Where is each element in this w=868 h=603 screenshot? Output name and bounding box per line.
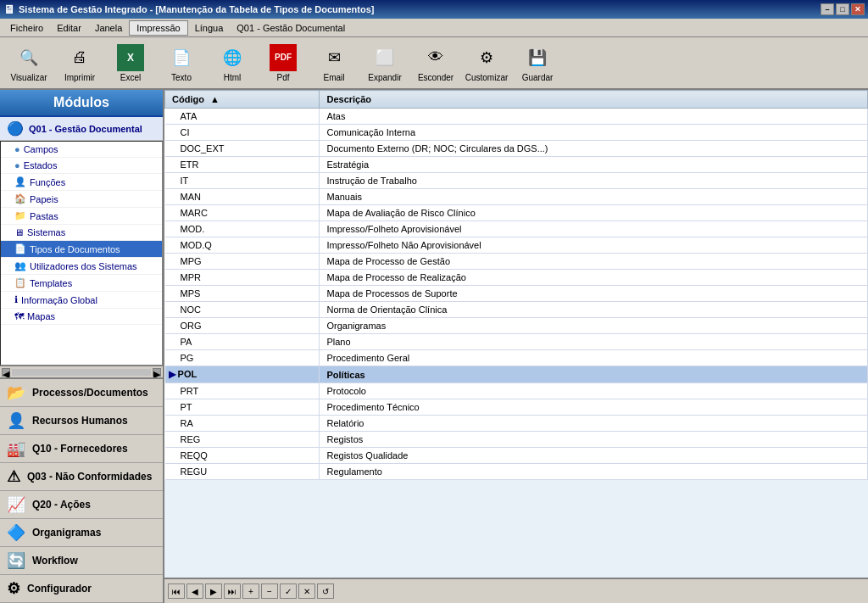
q20-label: Q20 - Ações (32, 499, 91, 511)
data-table[interactable]: Código ▲ Descrição ATAAtasCIComunicação … (164, 90, 868, 578)
nav-prev[interactable]: ◀ (186, 583, 203, 599)
table-row[interactable]: ETREstratégia (165, 157, 868, 173)
menu-lingua[interactable]: Língua (188, 21, 231, 35)
table-row[interactable]: PAPlano (165, 334, 868, 350)
menu-editar[interactable]: Editar (50, 21, 88, 35)
table-row[interactable]: CIComunicação Interna (165, 125, 868, 141)
nav-next[interactable]: ▶ (205, 583, 222, 599)
menu-impressao[interactable]: Impressão (129, 20, 187, 36)
tree-section: ● Campos ● Estados 👤 Funções 🏠 Papeis 📁 (0, 141, 163, 377)
restore-button[interactable]: □ (836, 3, 849, 15)
toolbar-esconder[interactable]: 👁 Esconder (414, 42, 458, 84)
info-global-label: Informação Global (21, 295, 97, 305)
toolbar-guardar[interactable]: 💾 Guardar (515, 42, 559, 84)
bottom-organigramas[interactable]: 🔷 Organigramas (0, 519, 163, 547)
table-row[interactable]: ITInstrução de Trabalho (165, 173, 868, 189)
table-row[interactable]: MPRMapa de Processo de Realização (165, 270, 868, 286)
toolbar-excel[interactable]: X Excel (108, 42, 153, 84)
bottom-configurador[interactable]: ⚙ Configurador (0, 575, 163, 603)
menu-q01[interactable]: Q01 - Gestão Documental (230, 21, 352, 35)
menu-ficheiro[interactable]: Ficheiro (3, 21, 50, 35)
tree-tipos-documentos[interactable]: 📄 Tipos de Documentos (1, 241, 162, 258)
table-row[interactable]: NOCNorma de Orientação Clínica (165, 302, 868, 318)
tree-mapas[interactable]: 🗺 Mapas (1, 309, 162, 325)
bottom-q20[interactable]: 📈 Q20 - Ações (0, 491, 163, 519)
content-area: Código ▲ Descrição ATAAtasCIComunicação … (164, 90, 868, 603)
papeis-label: Papeis (30, 194, 58, 204)
table-row[interactable]: MOD.Impresso/Folheto Aprovisionável (165, 221, 868, 237)
nav-last[interactable]: ⏭ (224, 583, 241, 599)
cell-desc: Norma de Orientação Clínica (320, 302, 868, 318)
table-row[interactable]: MPGMapa de Processo de Gestão (165, 254, 868, 270)
bottom-rh[interactable]: 👤 Recursos Humanos (0, 407, 163, 435)
close-button[interactable]: ✕ (851, 3, 865, 15)
toolbar-pdf[interactable]: PDF Pdf (261, 42, 305, 84)
table-row[interactable]: MANManuais (165, 189, 868, 205)
bottom-workflow[interactable]: 🔄 Workflow (0, 547, 163, 575)
toolbar-visualizar[interactable]: 🔍 Visualizar (7, 42, 51, 84)
workflow-label: Workflow (32, 555, 78, 567)
hscroll-right[interactable]: ▶ (153, 368, 161, 377)
nav-cancel[interactable]: ✕ (298, 583, 315, 599)
table-row[interactable]: REGRegistos (165, 432, 868, 448)
cell-code: REQQ (165, 448, 320, 464)
table-row[interactable]: MPSMapa de Processos de Suporte (165, 286, 868, 302)
toolbar-texto[interactable]: 📄 Texto (159, 42, 203, 84)
configurador-icon: ⚙ (7, 579, 20, 598)
table-row[interactable]: ORGOrganigramas (165, 318, 868, 334)
toolbar-imprimir[interactable]: 🖨 Imprimir (58, 42, 102, 84)
guardar-icon: 💾 (524, 44, 551, 71)
campos-icon: ● (14, 144, 20, 154)
tree-campos[interactable]: ● Campos (1, 142, 162, 158)
cell-code: ▶ POL (165, 366, 320, 383)
table-row[interactable]: PTProcedimento Técnico (165, 399, 868, 416)
toolbar-html[interactable]: 🌐 Html (210, 42, 254, 84)
table-row[interactable]: REQQRegistos Qualidade (165, 448, 868, 464)
cell-desc: Mapa de Avaliação de Risco Clínico (320, 205, 868, 221)
tree-pastas[interactable]: 📁 Pastas (1, 208, 162, 225)
nav-confirm[interactable]: ✓ (280, 583, 297, 599)
bottom-q03[interactable]: ⚠ Q03 - Não Conformidades (0, 463, 163, 491)
toolbar-customizar[interactable]: ⚙ Customizar (465, 42, 509, 84)
table-row[interactable]: PGProcedimento Geral (165, 350, 868, 366)
hscroll-left[interactable]: ◀ (2, 368, 10, 377)
pdf-label: Pdf (276, 73, 289, 82)
expandir-icon: ⬜ (371, 44, 398, 71)
bottom-processos[interactable]: 📂 Processos/Documentos (0, 379, 163, 407)
toolbar-expandir[interactable]: ⬜ Expandir (363, 42, 407, 84)
tree-utilizadores[interactable]: 👥 Utilizadores dos Sistemas (1, 258, 162, 275)
table-row[interactable]: MOD.QImpresso/Folheto Não Aprovisionável (165, 237, 868, 254)
menu-janela[interactable]: Janela (88, 21, 129, 35)
customizar-label: Customizar (465, 73, 509, 82)
tree-informacao-global[interactable]: ℹ Informação Global (1, 292, 162, 309)
table-row[interactable]: RARelatório (165, 416, 868, 432)
bottom-q10[interactable]: 🏭 Q10 - Fornecedores (0, 435, 163, 463)
cell-desc: Documento Externo (DR; NOC; Circulares d… (320, 141, 868, 157)
nav-first[interactable]: ⏮ (168, 583, 185, 599)
tree-funcoes[interactable]: 👤 Funções (1, 174, 162, 191)
table-row[interactable]: DOC_EXTDocumento Externo (DR; NOC; Circu… (165, 141, 868, 157)
module-q01[interactable]: 🔵 Q01 - Gestão Documental (0, 117, 163, 141)
nav-remove[interactable]: − (261, 583, 278, 599)
configurador-label: Configurador (27, 583, 92, 595)
tree-hscroll[interactable]: ◀ ▶ (0, 366, 163, 377)
tree-templates[interactable]: 📋 Templates (1, 275, 162, 292)
excel-icon: X (117, 44, 144, 71)
tree-papeis[interactable]: 🏠 Papeis (1, 191, 162, 208)
table-row[interactable]: ATAAtas (165, 109, 868, 125)
table-row[interactable]: MARCMapa de Avaliação de Risco Clínico (165, 205, 868, 221)
tree-sistemas[interactable]: 🖥 Sistemas (1, 225, 162, 241)
table-row[interactable]: REGURegulamento (165, 464, 868, 480)
hscroll-track[interactable] (12, 369, 151, 376)
nav-add[interactable]: + (242, 583, 259, 599)
tree-body[interactable]: ● Campos ● Estados 👤 Funções 🏠 Papeis 📁 (0, 141, 163, 366)
minimize-button[interactable]: – (821, 3, 834, 15)
toolbar-email[interactable]: ✉ Email (312, 42, 356, 84)
table-row[interactable]: PRTProtocolo (165, 383, 868, 399)
imprimir-label: Imprimir (64, 73, 95, 82)
table-row[interactable]: ▶ POLPolíticas (165, 366, 868, 383)
nav-refresh[interactable]: ↺ (317, 583, 334, 599)
q20-icon: 📈 (7, 495, 25, 514)
rh-label: Recursos Humanos (32, 415, 128, 427)
tree-estados[interactable]: ● Estados (1, 158, 162, 174)
